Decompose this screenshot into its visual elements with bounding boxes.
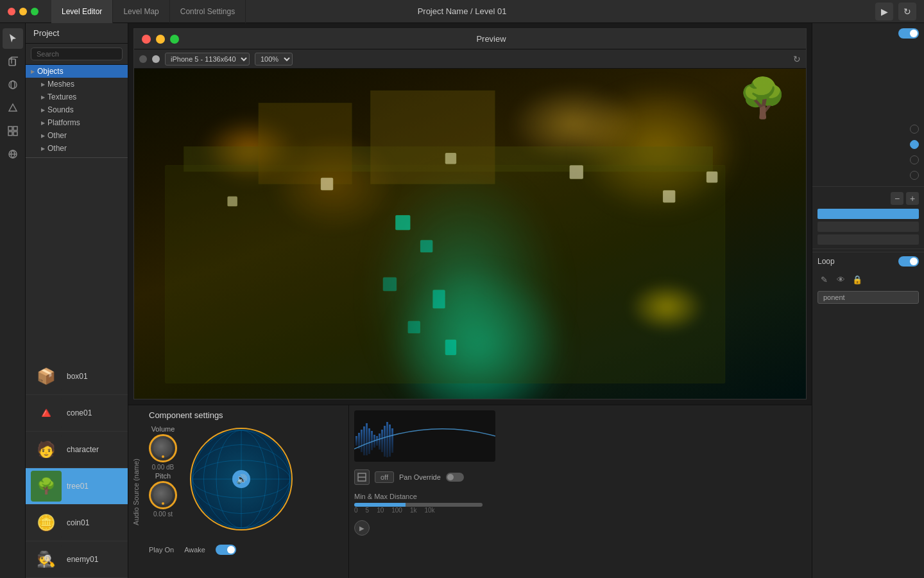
awake-toggle[interactable]	[216, 545, 236, 555]
tab-control-settings[interactable]: Control Settings	[170, 0, 246, 23]
pitch-label: Pitch	[155, 472, 171, 480]
preview-minimize-btn[interactable]	[156, 35, 165, 44]
zoom-select[interactable]: 100%	[255, 53, 293, 66]
main-toggle-thumb	[910, 30, 918, 37]
expand-arrow-textures: ▶	[41, 94, 45, 100]
preview-refresh-button[interactable]: ↻	[793, 54, 801, 64]
asset-item-box01[interactable]: 📦 box01	[26, 358, 128, 395]
tab-level-editor[interactable]: Level Editor	[51, 0, 113, 23]
minimize-button[interactable]	[19, 8, 27, 15]
right-circle-2[interactable]	[910, 140, 919, 149]
maximize-button[interactable]	[31, 8, 38, 15]
tree-item-sounds[interactable]: ▶ Sounds	[26, 103, 128, 116]
svg-rect-20	[383, 277, 397, 291]
bottom-area: Audio Source (name) Component settings V…	[128, 405, 812, 578]
preview-toolbar: iPhone 5 - 1136x640 100% ↻	[134, 49, 806, 69]
right-row-2	[817, 139, 919, 150]
min-max-section: Min & Max Distance 0 5 10 100 1k 10k	[354, 493, 807, 514]
component-settings-title: Component settings	[149, 410, 343, 420]
search-input[interactable]	[31, 48, 123, 60]
svg-rect-44	[386, 422, 388, 457]
asset-item-character[interactable]: 🧑 character	[26, 432, 128, 468]
dist-100: 100	[391, 507, 402, 514]
tree-item-textures[interactable]: ▶ Textures	[26, 91, 128, 103]
search-box	[26, 44, 128, 65]
dist-0: 0	[354, 507, 358, 514]
asset-thumb-tree01: 🌳	[31, 471, 62, 502]
svg-rect-13	[445, 153, 456, 164]
pan-override-toggle[interactable]	[446, 473, 464, 482]
svg-rect-4	[13, 127, 17, 130]
lock-icon[interactable]: 🔒	[851, 273, 864, 286]
right-cyan-bar	[817, 209, 919, 219]
asset-item-cone01[interactable]: 🔺 cone01	[26, 395, 128, 432]
tree-item-objects[interactable]: ▶ Objects	[26, 65, 128, 78]
asset-thumb-character: 🧑	[31, 434, 62, 465]
play-button[interactable]: ▶	[354, 520, 370, 536]
window-controls	[0, 8, 46, 15]
device-select[interactable]: iPhone 5 - 1136x640	[165, 53, 250, 66]
loop-label: Loop	[817, 257, 898, 266]
icon-bar-sphere[interactable]	[3, 74, 23, 95]
empty-bar-1	[817, 222, 919, 232]
tree-label-other-1: Other	[47, 131, 67, 140]
pencil-icon[interactable]: ✎	[817, 273, 830, 286]
volume-label: Volume	[151, 425, 175, 433]
svg-rect-45	[389, 425, 391, 457]
tree-item-other-1[interactable]: ▶ Other	[26, 129, 128, 142]
loop-toggle[interactable]	[898, 256, 919, 267]
main-toggle[interactable]	[898, 28, 919, 39]
right-circle-1[interactable]	[910, 125, 919, 134]
icon-bar-triangle[interactable]	[3, 98, 23, 118]
pitch-knob[interactable]	[149, 481, 177, 509]
tree-item-other-2[interactable]: ▶ Other	[26, 142, 128, 155]
minus-button[interactable]: −	[891, 192, 903, 205]
pan-override-toggle-thumb	[447, 474, 454, 480]
title-bar: Level Editor Level Map Control Settings …	[0, 0, 924, 23]
icon-bar-cube[interactable]	[3, 51, 23, 72]
pan-off-button[interactable]: off	[375, 471, 394, 483]
cyan-bar	[817, 209, 919, 219]
svg-rect-10	[259, 103, 352, 184]
eye-icon[interactable]: 👁	[834, 273, 847, 286]
asset-name-enemy01: enemy01	[67, 555, 98, 564]
svg-rect-16	[663, 190, 675, 202]
project-header: Project	[26, 23, 128, 44]
asset-item-enemy01[interactable]: 🕵 enemy01	[26, 541, 128, 578]
distance-slider[interactable]	[354, 503, 483, 507]
play-on-label: Play On	[149, 546, 174, 554]
icon-bar-globe[interactable]	[3, 144, 23, 164]
asset-item-tree01[interactable]: 🌳 tree01	[26, 468, 128, 505]
plus-button[interactable]: +	[906, 192, 919, 205]
tree-item-platforms[interactable]: ▶ Platforms	[26, 116, 128, 129]
svg-rect-36	[366, 423, 368, 455]
close-button[interactable]	[8, 8, 15, 15]
right-circle-4[interactable]	[910, 171, 919, 180]
globe: 🔊	[190, 428, 293, 530]
svg-rect-32	[355, 436, 357, 446]
tab-level-map[interactable]: Level Map	[113, 0, 169, 23]
file-tree: ▶ Objects ▶ Meshes ▶ Textures ▶ Sounds ▶	[26, 65, 128, 358]
tree-item-meshes[interactable]: ▶ Meshes	[26, 78, 128, 91]
icon-bar-cursor[interactable]	[3, 28, 23, 49]
svg-rect-46	[391, 428, 393, 453]
loop-toggle-thumb	[910, 258, 918, 265]
asset-name-box01: box01	[67, 372, 88, 381]
vertical-label-container: Audio Source (name)	[128, 405, 144, 578]
play-button[interactable]: ▶	[875, 3, 893, 21]
asset-item-coin01[interactable]: 🪙 coin01	[26, 505, 128, 541]
right-circle-3[interactable]	[910, 155, 919, 164]
component-button[interactable]: ponent	[817, 291, 919, 304]
preview-close-btn[interactable]	[142, 35, 151, 44]
right-spacer-top	[812, 44, 924, 121]
preview-maximize-btn[interactable]	[170, 35, 179, 44]
main-layout: Project ▶ Objects ▶ Meshes ▶ Textures ▶	[0, 23, 924, 578]
asset-name-coin01: coin01	[67, 518, 89, 527]
svg-rect-3	[8, 127, 12, 130]
preview-dot-inactive	[139, 55, 147, 63]
pan-icon	[354, 469, 370, 485]
svg-rect-12	[321, 178, 333, 190]
volume-knob[interactable]	[149, 434, 177, 462]
icon-bar-grid[interactable]	[3, 121, 23, 141]
refresh-button[interactable]: ↻	[898, 3, 916, 21]
